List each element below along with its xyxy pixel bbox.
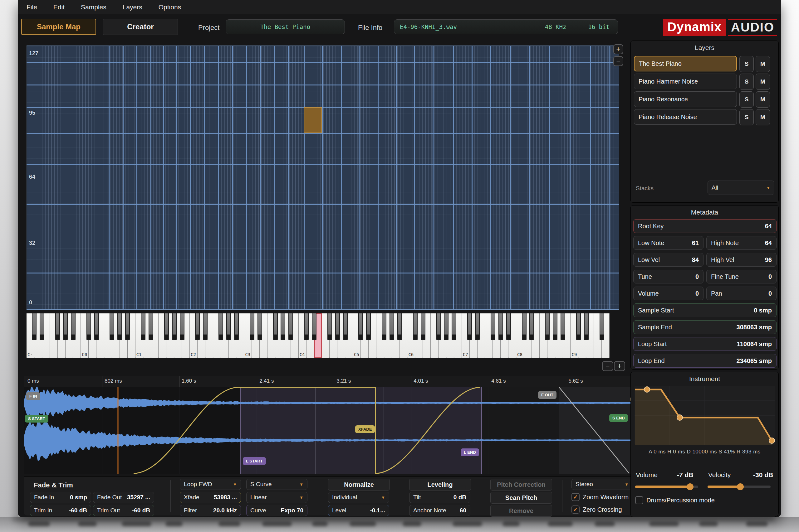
file-info-field[interactable]: E4-96-KNHI_3.wav 48 KHz 16 bit — [394, 19, 618, 34]
velocity-slider[interactable] — [708, 486, 770, 488]
layer-item[interactable]: Piano Release Noise — [634, 109, 737, 125]
layer-mute-button[interactable]: M — [756, 109, 770, 125]
keyboard-zoom-in-button[interactable]: + — [614, 361, 625, 371]
fade-in-field[interactable]: Fade In0 smp — [30, 492, 91, 503]
filter-field[interactable]: Filter20.0 kHz — [180, 505, 241, 516]
xfade-marker[interactable]: XFADE — [355, 425, 375, 433]
piano-black-key[interactable] — [149, 314, 153, 340]
zoom-waveform-checkbox[interactable]: ✓Zoom Waveform — [571, 493, 629, 501]
metadata-field-high-vel[interactable]: High Vel96 — [706, 253, 777, 267]
layer-item[interactable]: Piano Resonance — [634, 91, 737, 107]
piano-black-key[interactable] — [250, 314, 254, 340]
piano-black-key[interactable] — [304, 314, 309, 340]
piano-black-key[interactable] — [413, 314, 418, 340]
metadata-field-tune[interactable]: Tune0 — [633, 270, 704, 283]
loop-end-marker[interactable]: L END — [461, 449, 479, 456]
piano-black-key[interactable] — [522, 314, 527, 340]
metadata-field-pan[interactable]: Pan0 — [706, 287, 777, 300]
metadata-field-sample-end[interactable]: Sample End308063 smp — [633, 320, 777, 334]
metadata-field-low-vel[interactable]: Low Vel84 — [633, 253, 704, 267]
piano-black-key[interactable] — [545, 314, 550, 340]
piano-black-key[interactable] — [273, 314, 278, 340]
piano-black-key[interactable] — [125, 314, 130, 340]
xfade-field[interactable]: Xfade53983 ... — [180, 492, 241, 503]
piano-black-key[interactable] — [343, 314, 348, 340]
piano-black-key[interactable] — [55, 314, 60, 340]
layer-solo-button[interactable]: S — [739, 74, 754, 90]
pitch-correction-button[interactable]: Pitch Correction — [490, 479, 552, 491]
piano-black-key[interactable] — [234, 314, 239, 340]
piano-black-key[interactable] — [180, 314, 184, 340]
piano-keyboard[interactable]: C-C0C1C2C3C4C5C6C7C8C9 — [26, 314, 610, 358]
metadata-field-loop-end[interactable]: Loop End234065 smp — [633, 354, 777, 368]
layer-item[interactable]: Piano Hammer Noise — [634, 74, 737, 89]
loop-start-marker[interactable]: L START — [243, 457, 266, 465]
metadata-field-high-note[interactable]: High Note64 — [706, 236, 777, 250]
fade-in-marker[interactable]: F IN — [26, 392, 40, 400]
piano-black-key[interactable] — [71, 314, 75, 340]
piano-black-key[interactable] — [452, 314, 456, 340]
piano-black-key[interactable] — [358, 314, 363, 340]
menu-item-edit[interactable]: Edit — [53, 3, 65, 11]
menu-item-layers[interactable]: Layers — [123, 3, 142, 11]
piano-black-key[interactable] — [40, 314, 44, 340]
piano-black-key[interactable] — [491, 314, 495, 340]
tab-sample-map[interactable]: Sample Map — [21, 19, 96, 35]
sample-map-grid[interactable]: 1279564320 — [26, 45, 619, 310]
piano-black-key[interactable] — [32, 314, 37, 340]
time-ruler[interactable]: 0 ms802 ms1.60 s2.41 s3.21 s4.01 s4.81 s… — [24, 376, 636, 387]
piano-black-key[interactable] — [576, 314, 581, 340]
grid-zoom-out-button[interactable]: − — [613, 56, 623, 66]
level-field[interactable]: Level-0.1... — [328, 505, 389, 516]
piano-black-key[interactable] — [327, 314, 332, 340]
piano-black-key[interactable] — [467, 314, 472, 340]
trim-in-field[interactable]: Trim In-60 dB — [30, 505, 91, 516]
layer-solo-button[interactable]: S — [739, 56, 754, 72]
zero-crossing-checkbox[interactable]: ✓Zero Crossing — [571, 506, 622, 514]
envelope-chart[interactable] — [635, 386, 775, 445]
piano-black-key[interactable] — [280, 314, 285, 340]
loop-mode-dropdown[interactable]: Loop FWD▼ — [180, 479, 241, 490]
scan-pitch-button[interactable]: Scan Pitch — [490, 492, 552, 504]
piano-black-key[interactable] — [288, 314, 293, 340]
layer-solo-button[interactable]: S — [739, 91, 754, 108]
piano-black-key[interactable] — [335, 314, 340, 340]
layer-mute-button[interactable]: M — [756, 56, 770, 72]
piano-black-key[interactable] — [584, 314, 588, 340]
piano-black-key[interactable] — [117, 314, 122, 340]
piano-black-key[interactable] — [529, 314, 534, 340]
normalize-mode-dropdown[interactable]: Individual▼ — [328, 492, 389, 503]
piano-black-key[interactable] — [218, 314, 223, 340]
piano-black-key[interactable] — [110, 314, 114, 340]
piano-black-key[interactable] — [444, 314, 449, 340]
sample-start-marker[interactable]: S START — [25, 415, 48, 422]
grid-zoom-in-button[interactable]: + — [613, 44, 623, 54]
piano-black-key[interactable] — [553, 314, 558, 340]
piano-black-key[interactable] — [312, 314, 316, 340]
piano-black-key[interactable] — [498, 314, 503, 340]
piano-black-key[interactable] — [226, 314, 231, 340]
selected-sample-zone[interactable] — [304, 107, 322, 133]
piano-black-key[interactable] — [257, 314, 262, 340]
piano-black-key[interactable] — [141, 314, 145, 340]
curve-shape-dropdown[interactable]: S Curve▼ — [246, 479, 307, 490]
piano-black-key[interactable] — [203, 314, 207, 340]
volume-slider[interactable] — [635, 486, 698, 488]
metadata-field-low-note[interactable]: Low Note61 — [633, 236, 704, 250]
fade-type-dropdown[interactable]: Linear▼ — [246, 492, 307, 503]
waveform-body[interactable]: F IN S START XFADE L START L END F OUT S… — [24, 387, 636, 474]
metadata-field-loop-start[interactable]: Loop Start110064 smp — [633, 337, 777, 351]
metadata-field-root-key[interactable]: Root Key64 — [633, 219, 777, 233]
normalize-button[interactable]: Normalize — [328, 479, 390, 491]
leveling-button[interactable]: Leveling — [409, 479, 471, 491]
menu-item-file[interactable]: File — [26, 3, 37, 11]
curve-field[interactable]: CurveExpo 70 — [246, 505, 307, 516]
remove-button[interactable]: Remove — [490, 505, 552, 517]
project-field[interactable]: The Best Piano — [226, 19, 345, 34]
piano-black-key[interactable] — [389, 314, 394, 340]
piano-black-key[interactable] — [600, 314, 604, 340]
menu-item-samples[interactable]: Samples — [81, 3, 106, 11]
menu-item-options[interactable]: Options — [159, 3, 181, 11]
layer-solo-button[interactable]: S — [739, 109, 754, 125]
piano-black-key[interactable] — [561, 314, 565, 340]
